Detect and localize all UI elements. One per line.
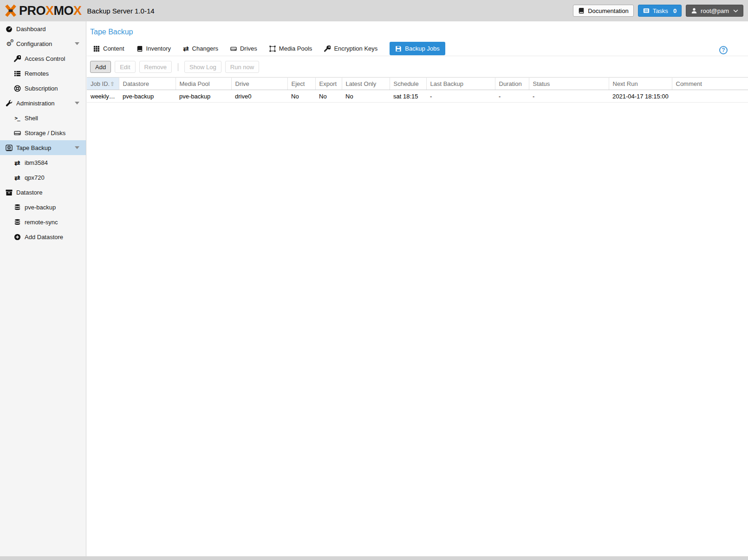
column-header-status[interactable]: Status	[529, 78, 609, 90]
sidebar-item-administration[interactable]: Administration	[0, 96, 86, 111]
list-icon	[13, 70, 21, 77]
cell-next-run: 2021-04-17 18:15:00	[609, 90, 672, 103]
toolbar: Add Edit Remove Show Log Run now	[87, 56, 748, 77]
tasks-label: Tasks	[653, 7, 668, 14]
sidebar-item-pve-backup[interactable]: pve-backup	[0, 200, 86, 215]
sidebar-item-shell[interactable]: >_ Shell	[0, 111, 86, 125]
proxmox-x-icon	[4, 4, 18, 18]
question-mark-icon: ?	[722, 47, 725, 53]
sidebar-item-dashboard[interactable]: Dashboard	[0, 21, 86, 36]
column-header-comment[interactable]: Comment	[672, 78, 748, 90]
column-header-job-id[interactable]: Job ID.⇧	[87, 78, 119, 90]
column-header-eject[interactable]: Eject	[287, 78, 315, 90]
edit-button: Edit	[115, 61, 135, 73]
column-header-last-backup[interactable]: Last Backup	[426, 78, 495, 90]
plus-circle-icon	[13, 234, 21, 241]
cell-drive: drive0	[231, 90, 287, 103]
run-now-button: Run now	[225, 61, 259, 73]
sidebar-item-datastore[interactable]: Datastore	[0, 185, 86, 200]
hdd-icon	[230, 46, 237, 52]
tab-inventory[interactable]: Inventory	[137, 45, 171, 52]
hdd-icon	[13, 130, 21, 137]
table-row[interactable]: weekly… pve-backup pve-backup drive0 No …	[87, 90, 748, 103]
sidebar-item-ibm3584[interactable]: ⇄ ibm3584	[0, 155, 86, 170]
column-header-latest-only[interactable]: Latest Only	[342, 78, 390, 90]
cell-schedule: sat 18:15	[390, 90, 426, 103]
tab-drives[interactable]: Drives	[230, 45, 257, 52]
remove-button: Remove	[139, 61, 172, 73]
sidebar-item-qpx720[interactable]: ⇄ qpx720	[0, 170, 86, 185]
page-title: Tape Backup	[87, 21, 748, 36]
sidebar-item-add-datastore[interactable]: Add Datastore	[0, 229, 86, 244]
sidebar-item-remotes[interactable]: Remotes	[0, 66, 86, 81]
tab-content[interactable]: Content	[93, 45, 124, 52]
show-log-button: Show Log	[184, 61, 221, 73]
documentation-label: Documentation	[588, 7, 628, 14]
tasks-button[interactable]: Tasks 0	[638, 5, 682, 17]
book-icon	[578, 7, 585, 14]
sidebar-item-configuration[interactable]: ⚙⚙ Configuration	[0, 36, 86, 51]
terminal-icon: >_	[13, 115, 21, 121]
column-header-datastore[interactable]: Datastore	[119, 78, 176, 90]
column-header-schedule[interactable]: Schedule	[390, 78, 426, 90]
column-header-export[interactable]: Export	[315, 78, 342, 90]
cell-duration: -	[495, 90, 529, 103]
key-icon	[324, 46, 331, 52]
database-icon	[13, 219, 21, 226]
tab-encryption-keys[interactable]: Encryption Keys	[324, 45, 377, 52]
column-header-next-run[interactable]: Next Run	[609, 78, 672, 90]
column-header-drive[interactable]: Drive	[231, 78, 287, 90]
sidebar-item-subscription[interactable]: Subscription	[0, 81, 86, 96]
cell-last-backup: -	[426, 90, 495, 103]
exchange-icon: ⇄	[183, 45, 189, 52]
tab-bar: Content Inventory ⇄ Changers Drives Medi…	[87, 41, 748, 56]
database-icon	[13, 204, 21, 211]
column-header-duration[interactable]: Duration	[495, 78, 529, 90]
grid-icon	[93, 46, 100, 52]
sidebar-item-remote-sync[interactable]: remote-sync	[0, 215, 86, 229]
floppy-icon	[395, 46, 402, 52]
cell-eject: No	[287, 90, 315, 103]
chevron-down-icon	[733, 9, 738, 13]
collapse-arrow-icon[interactable]	[75, 42, 79, 45]
object-group-icon	[269, 46, 276, 52]
tab-backup-jobs[interactable]: Backup Jobs	[390, 42, 445, 55]
help-button[interactable]: ?	[719, 46, 728, 54]
backup-jobs-table: Job ID.⇧ Datastore Media Pool Drive Ejec…	[87, 77, 748, 103]
sidebar-item-storage-disks[interactable]: Storage / Disks	[0, 125, 86, 140]
collapse-arrow-icon[interactable]	[75, 146, 79, 149]
user-icon	[691, 7, 697, 14]
version-text: Backup Server 1.0-14	[87, 7, 155, 15]
exchange-icon: ⇄	[13, 159, 21, 166]
tasks-list-icon	[643, 7, 650, 14]
cell-export: No	[315, 90, 342, 103]
sidebar: Dashboard ⚙⚙ Configuration Access Contro…	[0, 21, 86, 556]
table-header-row: Job ID.⇧ Datastore Media Pool Drive Ejec…	[87, 78, 748, 90]
cell-status: -	[529, 90, 609, 103]
tab-media-pools[interactable]: Media Pools	[269, 45, 312, 52]
toolbar-separator	[178, 63, 178, 71]
tape-icon	[5, 144, 13, 151]
cell-datastore: pve-backup	[119, 90, 176, 103]
window-bottom-edge	[0, 556, 748, 560]
archive-icon	[5, 189, 13, 196]
sidebar-item-tape-backup[interactable]: Tape Backup	[0, 140, 86, 155]
column-header-media-pool[interactable]: Media Pool	[176, 78, 231, 90]
wrench-icon	[5, 100, 13, 107]
collapse-arrow-icon[interactable]	[75, 102, 79, 104]
user-menu-button[interactable]: root@pam	[686, 5, 743, 17]
main-panel: Tape Backup ? Content Inventory ⇄ Change…	[87, 21, 748, 556]
sort-ascending-icon: ⇧	[110, 81, 115, 87]
user-label: root@pam	[701, 7, 729, 14]
topbar: PROXMOX Backup Server 1.0-14 Documentati…	[0, 0, 748, 21]
tab-changers[interactable]: ⇄ Changers	[183, 45, 218, 52]
gears-icon: ⚙⚙	[5, 41, 13, 47]
add-button[interactable]: Add	[90, 61, 111, 73]
sidebar-item-access-control[interactable]: Access Control	[0, 51, 86, 66]
tasks-count: 0	[673, 7, 676, 14]
documentation-button[interactable]: Documentation	[573, 5, 633, 17]
brand-text: PROXMOX	[19, 4, 82, 18]
proxmox-logo: PROXMOX Backup Server 1.0-14	[4, 4, 155, 18]
tachometer-icon	[5, 26, 13, 33]
life-ring-icon	[13, 85, 21, 92]
